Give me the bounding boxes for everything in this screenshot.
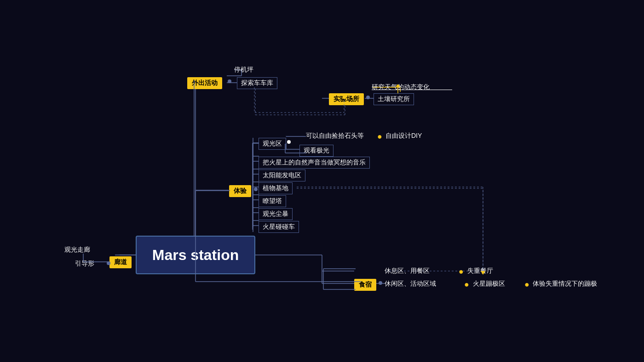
- diy-label: 自由设计DIY: [385, 132, 422, 139]
- experience-weightless-text: 体验失重情况下的蹦极: [533, 280, 597, 288]
- leisure-area-text: 休闲区、活动区域: [385, 280, 436, 288]
- bullet-dot-trampoline: ●: [464, 280, 469, 289]
- explore-garage-box: 探索车车库: [237, 77, 277, 89]
- solar-power-label: 太阳能发电区: [263, 171, 301, 179]
- diy-text: 自由设计DIY: [385, 132, 422, 140]
- lab-label: 实验场所: [334, 95, 359, 102]
- explore-garage-label: 探索车车库: [241, 79, 273, 86]
- dust-storm-label: 观光尘暴: [263, 210, 288, 217]
- experience-label: 体验: [234, 187, 247, 194]
- plant-base-label: 植物基地: [263, 184, 288, 192]
- experience-connector: [254, 187, 258, 191]
- bullet-dot-weightless: ●: [524, 280, 529, 289]
- lab-connector: [366, 96, 370, 99]
- guiding-label: 引导形: [75, 260, 94, 267]
- sightseeing-corridor-label: 观光走廊: [64, 246, 90, 253]
- experience-badge[interactable]: 体验: [229, 185, 251, 197]
- zero-gravity-text: 失重餐厅: [467, 267, 493, 275]
- accommodation-label: 食宿: [359, 281, 372, 288]
- rest-dining-text: 休息区、用餐区: [385, 267, 430, 275]
- nature-music-label: 把火星上的自然声音当做冥想的音乐: [263, 158, 366, 166]
- watchtower-box: 瞭望塔: [259, 195, 286, 207]
- pick-rocks-text: 可以自由捡拾石头等: [306, 132, 364, 140]
- sightseeing-zone-label: 观光区: [263, 140, 282, 147]
- dust-storm-box: 观光尘暴: [259, 208, 293, 220]
- outing-badge[interactable]: 外出活动: [187, 77, 222, 89]
- bumper-car-label: 火星碰碰车: [263, 223, 295, 230]
- watchtower-label: 瞭望塔: [263, 197, 282, 204]
- soil-research-label: 土壤研究所: [378, 95, 410, 102]
- pick-rocks-label: 可以自由捡拾石头等: [306, 132, 364, 139]
- lab-badge[interactable]: 实验场所: [329, 93, 364, 105]
- nature-music-box: 把火星上的自然声音当做冥想的音乐: [259, 157, 370, 169]
- outing-label: 外出活动: [192, 79, 218, 86]
- mars-station-node: Mars station: [136, 236, 255, 274]
- guiding-connector: [107, 261, 110, 265]
- solar-power-box: 太阳能发电区: [259, 170, 305, 181]
- aurora-label: 观看极光: [304, 147, 329, 154]
- accommodation-badge[interactable]: 食宿: [354, 279, 376, 291]
- corridor-label: 廊道: [114, 258, 127, 266]
- sightseeing-zone-connector: [287, 140, 291, 144]
- soil-research-box: 土壤研究所: [374, 93, 414, 105]
- mars-station-label: Mars station: [152, 247, 239, 264]
- mars-trampoline-label: 火星蹦极区: [473, 280, 505, 287]
- leisure-area-label: 休闲区、活动区域: [385, 280, 436, 287]
- weather-research-text: 研究天气的动态变化: [372, 83, 430, 91]
- parking-label: 停机坪: [234, 66, 253, 73]
- experience-weightless-label: 体验失重情况下的蹦极: [533, 280, 597, 287]
- plant-base-box: 植物基地: [259, 182, 293, 194]
- bullet-dot-diy: ●: [377, 132, 382, 141]
- sightseeing-zone-box: 观光区: [259, 138, 286, 150]
- rest-dining-label: 休息区、用餐区: [385, 267, 430, 274]
- parking-text: 停机坪: [234, 66, 253, 74]
- zero-gravity-label: 失重餐厅: [467, 267, 493, 274]
- accommodation-connector: [379, 281, 382, 285]
- sightseeing-corridor-text: 观光走廊: [64, 246, 90, 254]
- mars-trampoline-text: 火星蹦极区: [473, 280, 505, 288]
- weather-underline: [372, 90, 452, 90]
- bullet-dot-zero-gravity: ●: [459, 267, 464, 277]
- guiding-text: 引导形: [75, 260, 94, 268]
- bumper-car-box: 火星碰碰车: [259, 221, 299, 233]
- outing-connector: [228, 79, 231, 83]
- aurora-box: 观看极光: [299, 145, 334, 157]
- corridor-badge[interactable]: 廊道: [109, 256, 132, 268]
